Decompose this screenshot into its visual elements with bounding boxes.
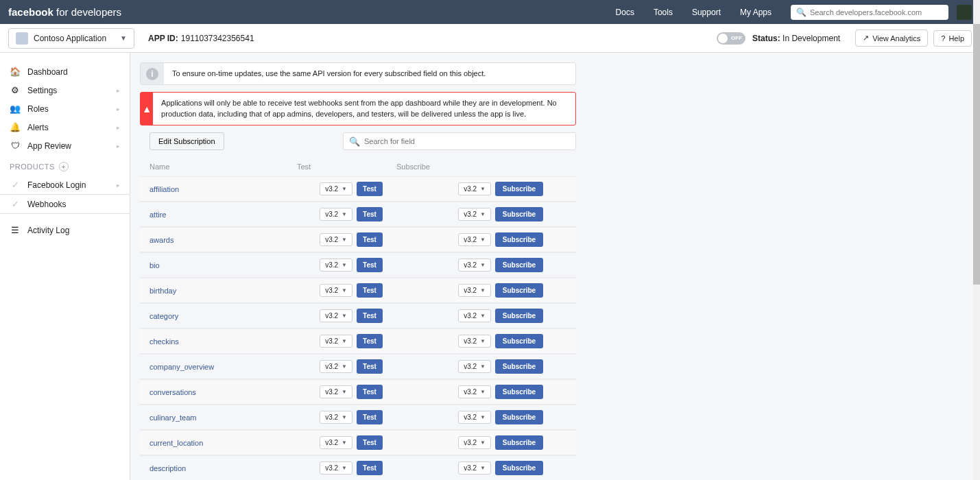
subscribe-version-dropdown[interactable]: v3.2▼ xyxy=(458,233,491,246)
subscribe-version-dropdown[interactable]: v3.2▼ xyxy=(458,436,491,449)
subscribe-version-dropdown[interactable]: v3.2▼ xyxy=(458,411,491,424)
help-icon: ? xyxy=(941,34,945,43)
field-name-link[interactable]: conversations xyxy=(150,388,297,396)
test-button[interactable]: Test xyxy=(357,309,383,323)
field-name-link[interactable]: checkins xyxy=(150,337,297,346)
app-name: Contoso Application xyxy=(34,34,106,43)
test-version-dropdown[interactable]: v3.2▼ xyxy=(320,182,352,195)
field-name-link[interactable]: description xyxy=(150,464,297,472)
subscribe-button[interactable]: Subscribe xyxy=(495,385,543,399)
test-button[interactable]: Test xyxy=(357,283,383,298)
test-version-dropdown[interactable]: v3.2▼ xyxy=(320,309,352,322)
test-button[interactable]: Test xyxy=(357,182,383,196)
scrollbar[interactable] xyxy=(973,0,980,480)
app-icon xyxy=(16,32,28,45)
test-version-dropdown[interactable]: v3.2▼ xyxy=(320,259,352,272)
subscribe-button[interactable]: Subscribe xyxy=(495,359,543,374)
field-name-link[interactable]: company_overview xyxy=(150,363,297,371)
subscribe-version-dropdown[interactable]: v3.2▼ xyxy=(458,360,491,373)
field-name-link[interactable]: culinary_team xyxy=(150,413,297,422)
nav-support[interactable]: Support xyxy=(692,8,721,17)
subscribe-button[interactable]: Subscribe xyxy=(495,435,543,450)
live-toggle[interactable]: OFF xyxy=(717,32,745,45)
sidebar-item-label: Settings xyxy=(27,86,57,95)
test-version-dropdown[interactable]: v3.2▼ xyxy=(320,233,352,246)
subscribe-button[interactable]: Subscribe xyxy=(495,334,543,348)
caret-down-icon: ▼ xyxy=(480,262,486,268)
subscribe-version-dropdown[interactable]: v3.2▼ xyxy=(458,259,491,272)
field-name-link[interactable]: category xyxy=(150,312,297,320)
sidebar-item-app-review[interactable]: 🛡App Review▸ xyxy=(0,136,130,155)
test-button[interactable]: Test xyxy=(357,258,383,272)
test-button[interactable]: Test xyxy=(357,435,383,450)
scrollbar-thumb[interactable] xyxy=(973,24,980,285)
edit-subscription-button[interactable]: Edit Subscription xyxy=(150,132,224,150)
subscribe-button[interactable]: Subscribe xyxy=(495,309,543,323)
test-version-dropdown[interactable]: v3.2▼ xyxy=(320,360,352,373)
sidebar-item-settings[interactable]: ⚙Settings▸ xyxy=(0,81,130,99)
sidebar-activity-log[interactable]: ☰ Activity Log xyxy=(0,221,130,239)
field-name-link[interactable]: birthday xyxy=(150,287,297,295)
subscribe-version-dropdown[interactable]: v3.2▼ xyxy=(458,208,491,221)
avatar[interactable] xyxy=(957,5,972,20)
field-name-link[interactable]: current_location xyxy=(150,439,297,447)
field-name-link[interactable]: awards xyxy=(150,236,297,244)
sidebar-item-roles[interactable]: 👥Roles▸ xyxy=(0,99,130,118)
subscribe-button[interactable]: Subscribe xyxy=(495,410,543,424)
caret-down-icon: ▼ xyxy=(342,211,347,217)
sidebar-product-webhooks[interactable]: ✓Webhooks xyxy=(0,194,130,214)
subscribe-button[interactable]: Subscribe xyxy=(495,207,543,221)
info-alert-text: To ensure on-time updates, use the same … xyxy=(164,63,494,84)
app-selector[interactable]: Contoso Application ▼ xyxy=(8,28,134,49)
table-row: birthdayv3.2▼Testv3.2▼Subscribe xyxy=(140,278,576,303)
subscribe-button[interactable]: Subscribe xyxy=(495,258,543,272)
sidebar: 🏠Dashboard⚙Settings▸👥Roles▸🔔Alerts▸🛡App … xyxy=(0,53,130,480)
global-search[interactable]: 🔍 xyxy=(791,5,948,20)
test-button[interactable]: Test xyxy=(357,461,383,475)
field-name-link[interactable]: affiliation xyxy=(150,185,297,193)
subscribe-button[interactable]: Subscribe xyxy=(495,283,543,298)
test-version-dropdown[interactable]: v3.2▼ xyxy=(320,436,352,449)
test-version-dropdown[interactable]: v3.2▼ xyxy=(320,385,352,398)
subscribe-version-dropdown[interactable]: v3.2▼ xyxy=(458,309,491,322)
view-analytics-button[interactable]: ↗View Analytics xyxy=(855,29,928,47)
test-button[interactable]: Test xyxy=(357,207,383,221)
subscribe-version-dropdown[interactable]: v3.2▼ xyxy=(458,385,491,398)
global-search-input[interactable] xyxy=(810,8,943,16)
table-row: company_overviewv3.2▼Testv3.2▼Subscribe xyxy=(140,354,576,379)
test-button[interactable]: Test xyxy=(357,410,383,424)
subscribe-version-dropdown[interactable]: v3.2▼ xyxy=(458,335,491,348)
test-button[interactable]: Test xyxy=(357,334,383,348)
nav-docs[interactable]: Docs xyxy=(616,8,634,17)
sidebar-item-dashboard[interactable]: 🏠Dashboard xyxy=(0,62,130,81)
sidebar-item-label: App Review xyxy=(27,141,71,151)
add-product-icon[interactable]: + xyxy=(59,162,69,171)
test-button[interactable]: Test xyxy=(357,359,383,374)
info-alert: i To ensure on-time updates, use the sam… xyxy=(140,62,576,85)
test-version-dropdown[interactable]: v3.2▼ xyxy=(320,208,352,221)
subscribe-version-dropdown[interactable]: v3.2▼ xyxy=(458,461,491,475)
nav-myapps[interactable]: My Apps xyxy=(740,8,772,17)
subscribe-version-dropdown[interactable]: v3.2▼ xyxy=(458,284,491,297)
help-button[interactable]: ?Help xyxy=(933,30,972,47)
field-name-link[interactable]: attire xyxy=(150,211,297,219)
test-button[interactable]: Test xyxy=(357,232,383,247)
test-version-dropdown[interactable]: v3.2▼ xyxy=(320,284,352,297)
sidebar-product-facebook-login[interactable]: ✓Facebook Login▸ xyxy=(0,176,130,194)
caret-down-icon: ▼ xyxy=(480,363,486,370)
subscribe-button[interactable]: Subscribe xyxy=(495,182,543,196)
subscribe-button[interactable]: Subscribe xyxy=(495,461,543,475)
test-button[interactable]: Test xyxy=(357,385,383,399)
field-search-input[interactable] xyxy=(364,137,570,145)
sidebar-item-label: Roles xyxy=(27,104,49,114)
test-version-dropdown[interactable]: v3.2▼ xyxy=(320,411,352,424)
sidebar-item-alerts[interactable]: 🔔Alerts▸ xyxy=(0,118,130,136)
nav-tools[interactable]: Tools xyxy=(654,8,673,17)
subscribe-version-dropdown[interactable]: v3.2▼ xyxy=(458,182,491,195)
test-version-dropdown[interactable]: v3.2▼ xyxy=(320,335,352,348)
field-search[interactable]: 🔍 xyxy=(343,132,576,150)
subscribe-button[interactable]: Subscribe xyxy=(495,232,543,247)
field-name-link[interactable]: bio xyxy=(150,261,297,269)
sidebar-item-label: Webhooks xyxy=(27,200,66,209)
test-version-dropdown[interactable]: v3.2▼ xyxy=(320,461,352,475)
